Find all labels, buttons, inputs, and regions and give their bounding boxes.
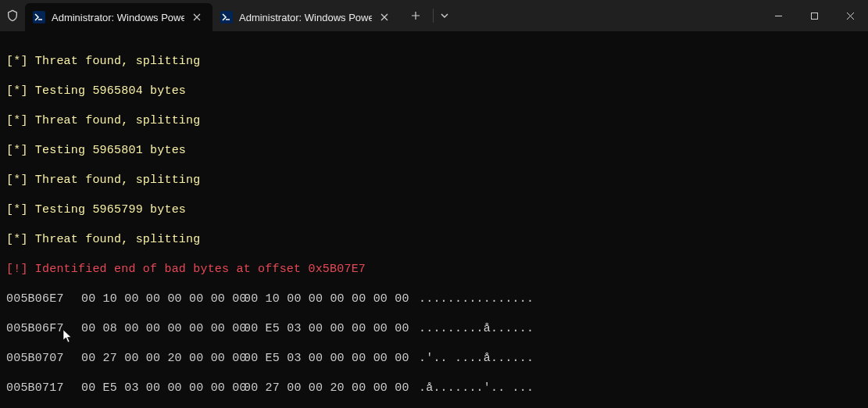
- tab-close-button[interactable]: [377, 9, 392, 25]
- close-button[interactable]: [832, 0, 868, 31]
- log-line: [*] Threat found, splitting: [6, 232, 862, 247]
- tab-1[interactable]: Administrator: Windows Powe: [25, 3, 213, 31]
- maximize-button[interactable]: [796, 0, 832, 31]
- hex-row: 005B071700 E5 03 00 00 00 00 0000 27 00 …: [6, 381, 862, 395]
- powershell-icon: [220, 11, 233, 23]
- log-line: [*] Threat found, splitting: [6, 173, 862, 188]
- title-bar: Administrator: Windows Powe Administrato…: [0, 0, 868, 31]
- log-line: [*] Threat found, splitting: [6, 113, 862, 128]
- log-line: [*] Testing 5965799 bytes: [6, 202, 862, 217]
- hex-row: 005B06E700 10 00 00 00 00 00 0000 10 00 …: [6, 292, 862, 306]
- terminal-output[interactable]: [*] Threat found, splitting [*] Testing …: [0, 31, 868, 408]
- powershell-icon: [33, 11, 45, 23]
- tab-title: Administrator: Windows Powe: [52, 12, 184, 23]
- log-line-alert: [!] Identified end of bad bytes at offse…: [6, 262, 862, 277]
- tab-dropdown-button[interactable]: [434, 3, 455, 28]
- svg-rect-2: [811, 13, 817, 19]
- window-controls: [760, 0, 868, 31]
- tab-title: Administrator: Windows Power: [239, 12, 372, 23]
- app-shield-icon: [0, 0, 25, 31]
- hex-row: 005B06F700 08 00 00 00 00 00 0000 E5 03 …: [6, 321, 862, 336]
- log-line: [*] Testing 5965801 bytes: [6, 143, 862, 158]
- tab-close-button[interactable]: [189, 9, 205, 25]
- log-line: [*] Testing 5965804 bytes: [6, 84, 862, 98]
- tab-2[interactable]: Administrator: Windows Power: [213, 3, 400, 31]
- minimize-button[interactable]: [760, 0, 796, 31]
- new-tab-button[interactable]: [403, 3, 428, 28]
- log-line: [*] Threat found, splitting: [6, 54, 862, 69]
- hex-row: 005B070700 27 00 00 20 00 00 0000 E5 03 …: [6, 351, 862, 366]
